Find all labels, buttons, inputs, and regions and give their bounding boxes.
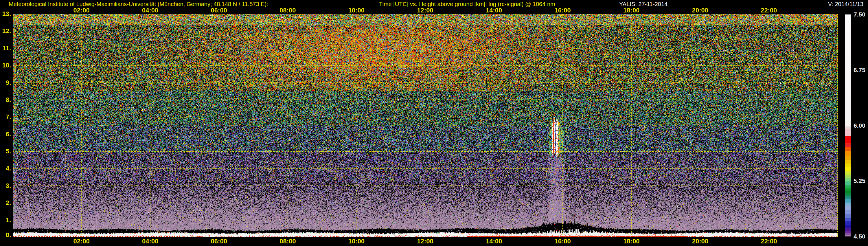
y-tick-label: 12. <box>0 27 11 35</box>
colorbar-tick-label: 6.75 <box>854 67 865 73</box>
y-tick-label: 7. <box>0 113 11 121</box>
heatmap-canvas <box>13 14 838 237</box>
x-tick-label-bottom: 18:00 <box>623 238 640 245</box>
y-tick-label: 6. <box>0 130 11 138</box>
colorbar-tick-label: 5.25 <box>854 177 865 184</box>
version-label: V: 2014/11/13 <box>828 1 863 7</box>
x-tick-label-bottom: 10:00 <box>348 238 365 245</box>
x-tick-label-top: 20:00 <box>692 7 708 14</box>
y-tick-label: 0. <box>0 231 11 239</box>
colorbar-tick-label: 6.00 <box>854 122 865 129</box>
x-tick-label-top: 08:00 <box>279 7 296 14</box>
x-tick-label-bottom: 20:00 <box>692 238 708 245</box>
x-tick-label-bottom: 22:00 <box>761 238 777 245</box>
lidar-quicklook-page: Meteorological Institute of Ludwig-Maxim… <box>0 0 868 246</box>
x-tick-label-top: 10:00 <box>348 7 365 14</box>
y-tick-label: 13. <box>0 10 11 18</box>
y-tick-label: 3. <box>0 182 11 190</box>
x-tick-label-bottom: 16:00 <box>555 238 571 245</box>
y-tick-label: 4. <box>0 165 11 172</box>
institute-title: Meteorological Institute of Ludwig-Maxim… <box>9 1 268 7</box>
x-tick-label-top: 22:00 <box>761 7 777 14</box>
x-tick-label-bottom: 04:00 <box>142 238 158 245</box>
y-tick-label: 8. <box>0 96 11 103</box>
plot-title: Time [UTC] vs. Height above ground [km]:… <box>379 1 555 7</box>
x-tick-label-bottom: 14:00 <box>486 238 502 245</box>
y-tick-label: 5. <box>0 148 11 155</box>
x-tick-label-bottom: 12:00 <box>417 238 433 245</box>
x-tick-label-bottom: 02:00 <box>73 238 89 245</box>
colorbar <box>845 14 850 237</box>
colorbar-tick-label: 4.50 <box>854 233 865 240</box>
x-tick-label-top: 06:00 <box>211 7 227 14</box>
x-tick-label-top: 02:00 <box>73 7 89 14</box>
x-tick-label-top: 16:00 <box>555 7 571 14</box>
x-tick-label-top: 04:00 <box>142 7 158 14</box>
y-tick-label: 11. <box>0 44 11 52</box>
y-tick-label: 9. <box>0 79 11 87</box>
x-tick-label-top: 12:00 <box>417 7 433 14</box>
colorbar-tick-label: 7.50 <box>854 11 865 18</box>
x-tick-label-top: 14:00 <box>486 7 502 14</box>
y-tick-label: 1. <box>0 216 11 224</box>
x-tick-label-bottom: 08:00 <box>279 238 296 245</box>
x-tick-label-bottom: 06:00 <box>211 238 227 245</box>
y-tick-label: 10. <box>0 62 11 69</box>
y-tick-label: 2. <box>0 199 11 207</box>
x-tick-label-top: 18:00 <box>623 7 640 14</box>
